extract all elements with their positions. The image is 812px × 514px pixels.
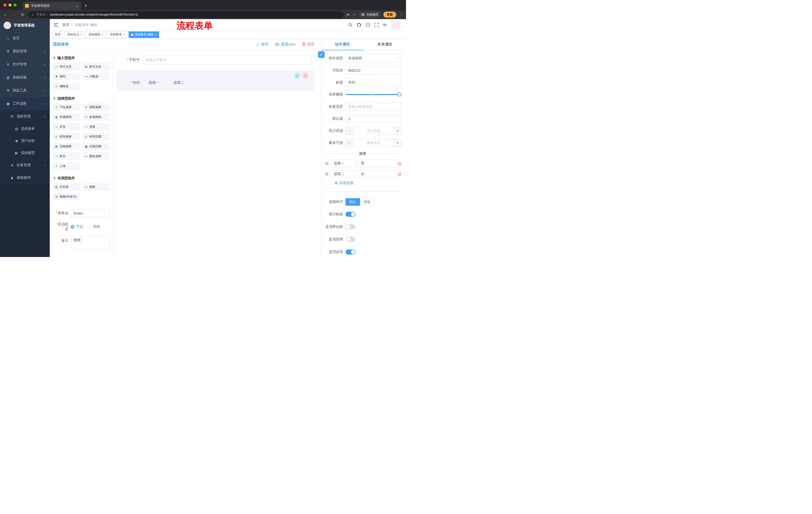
form-name-input[interactable] [71, 209, 110, 217]
drag-sliders-icon[interactable] [325, 162, 329, 165]
plus-button[interactable]: + [394, 139, 401, 146]
avatar-caret-icon[interactable]: ▾ [402, 26, 404, 28]
border-toggle[interactable] [345, 224, 355, 229]
style-default-button[interactable]: 默认 [345, 198, 360, 206]
sidebar-item-infrastructure[interactable]: ▥ 基础设施 ∨ [0, 71, 50, 84]
tab-close-icon[interactable]: × [76, 4, 78, 8]
window-zoom-button[interactable] [13, 3, 17, 6]
sidebar-item-leave-query[interactable]: ♟ 请假查询 [0, 171, 50, 184]
toolbar-caret-icon[interactable]: ▾ [403, 19, 404, 21]
palette-item-time-picker[interactable]: ◷时间选择 [53, 133, 80, 140]
delete-component-button[interactable] [302, 73, 308, 78]
clear-button[interactable]: 清空 [302, 42, 315, 47]
palette-item-radio-group[interactable]: ◉单选框组 [53, 113, 80, 121]
browser-tab[interactable]: 芋道管理系统 × [23, 2, 81, 10]
view-json-button[interactable]: 查看json [275, 42, 295, 47]
drag-sliders-icon[interactable] [325, 172, 329, 176]
palette-item-color-picker[interactable]: ◕颜色选择 [83, 153, 110, 160]
remove-option-icon[interactable]: ⊖ [398, 172, 402, 177]
tag-close-icon[interactable]: × [102, 33, 104, 36]
palette-item-row-container[interactable]: ▥行容器 [53, 183, 80, 191]
label-width-input[interactable] [345, 103, 402, 111]
palette-item-cascader[interactable]: ⋔级联选择 [83, 103, 110, 111]
remark-textarea[interactable]: 嘿嘿 [71, 236, 110, 250]
tag-process-definition[interactable]: 流程定义 × [64, 31, 85, 38]
min-select-input[interactable] [353, 127, 394, 135]
tag-close-icon[interactable]: × [123, 33, 125, 36]
sidebar-item-user-group[interactable]: ☻ 用户分组 [0, 135, 50, 147]
sidebar-item-payment[interactable]: ¥ 支付管理 ∨ [0, 58, 50, 71]
search-icon[interactable] [348, 23, 352, 27]
password-key-icon[interactable] [346, 12, 350, 17]
save-button[interactable]: ✓ 保存 [256, 42, 268, 47]
palette-item-single-text[interactable]: ▭单行文本 [53, 63, 80, 71]
sidebar-item-process-management[interactable]: ☰ 流程管理 ∧ [0, 110, 50, 123]
default-value-input[interactable] [345, 115, 402, 123]
field-name-input[interactable] [345, 66, 402, 75]
update-button[interactable]: 更新 [383, 11, 396, 18]
minus-button[interactable]: − [346, 139, 353, 146]
canvas-field-phone[interactable]: 手机号 [117, 55, 318, 64]
palette-item-checkbox-group[interactable]: ☑多选框组 [83, 113, 110, 121]
slider-track[interactable] [346, 94, 400, 95]
gender-option1-checkbox[interactable]: 选项一 [143, 80, 159, 85]
sidebar-item-process-model[interactable]: ▶ 流程模型 [0, 147, 50, 159]
palette-item-table[interactable]: ⊞表格[开发中] [53, 193, 80, 200]
collapse-menu-icon[interactable] [50, 23, 62, 27]
required-toggle[interactable] [345, 249, 355, 254]
disabled-toggle[interactable] [345, 237, 355, 242]
tab-component-props[interactable]: 组件属性 [321, 39, 364, 50]
plus-button[interactable]: + [394, 127, 401, 135]
title-input[interactable] [345, 78, 402, 86]
address-bar[interactable]: ⚠ 不安全 | dashboard.yudao.iocoder.cn/bpm/m… [28, 11, 344, 18]
tab-form-props[interactable]: 表单属性 [364, 39, 406, 50]
fullscreen-icon[interactable] [374, 23, 379, 27]
window-controls[interactable] [0, 0, 20, 10]
add-option-button[interactable]: ⊕ 添加选项 [335, 181, 402, 185]
reload-button[interactable]: ↻ [20, 12, 26, 17]
tag-close-icon[interactable]: × [155, 33, 156, 36]
max-select-input[interactable] [353, 139, 394, 146]
slider-handle[interactable] [398, 92, 402, 97]
status-off-radio[interactable]: 关闭 [88, 224, 100, 229]
link-chip[interactable] [318, 51, 325, 58]
github-icon[interactable] [357, 23, 361, 27]
forward-button[interactable]: → [11, 12, 17, 17]
palette-item-slider[interactable]: ⊸滑块 [83, 123, 110, 131]
window-minimize-button[interactable] [8, 3, 11, 6]
window-close-button[interactable] [3, 3, 6, 6]
palette-item-date-picker[interactable]: ▦日期选择 [53, 142, 80, 150]
canvas-field-gender-selected[interactable]: 性别 选项一 选项二 [117, 71, 315, 91]
bookmark-star-icon[interactable]: ☆ [353, 12, 356, 17]
status-on-radio[interactable]: 开启 [71, 224, 83, 229]
remove-option-icon[interactable]: ⊖ [398, 161, 402, 166]
palette-item-multi-text[interactable]: ▤多行文本 [83, 63, 110, 71]
user-avatar[interactable] [391, 20, 401, 29]
option1-name-input[interactable] [331, 160, 356, 167]
help-icon[interactable]: ? [366, 23, 370, 27]
palette-item-switch[interactable]: ◐开关 [53, 123, 80, 131]
gender-option2-checkbox[interactable]: 选项二 [168, 80, 184, 85]
palette-item-editor[interactable]: ✎编辑器 [53, 82, 80, 90]
palette-item-counter[interactable]: 123计数器 [83, 73, 110, 80]
tag-home[interactable]: 首页 [52, 31, 63, 38]
font-size-icon[interactable]: TT [383, 23, 387, 27]
palette-item-upload[interactable]: ⇧上传 [53, 162, 80, 170]
palette-item-password[interactable]: ✱密码 [53, 73, 80, 80]
palette-item-button[interactable]: ▭按钮 [83, 183, 110, 191]
palette-item-select[interactable]: ⊙下拉选择 [53, 103, 80, 111]
tag-process-form-edit[interactable]: 流程表单-编辑 × [128, 31, 159, 38]
style-button-button[interactable]: 按钮 [360, 198, 374, 206]
palette-item-time-range[interactable]: ◴时间范围 [83, 133, 110, 140]
option1-value-input[interactable] [358, 160, 396, 167]
minus-button[interactable]: − [346, 127, 353, 135]
sidebar-item-workflow[interactable]: ▣ 工作流程 ∧ [0, 97, 50, 110]
show-label-toggle[interactable] [345, 212, 355, 217]
browser-menu-icon[interactable]: ⋮ [399, 12, 404, 17]
tag-process-model[interactable]: 流程模型 × [86, 31, 106, 38]
phone-input[interactable] [143, 55, 312, 64]
component-type-select[interactable]: 多选框组 ▾ [345, 54, 402, 62]
sidebar-item-home[interactable]: ⌂ 首页 [0, 32, 50, 45]
copy-component-button[interactable] [294, 73, 300, 78]
palette-item-rate[interactable]: ☆评分 [53, 153, 80, 160]
